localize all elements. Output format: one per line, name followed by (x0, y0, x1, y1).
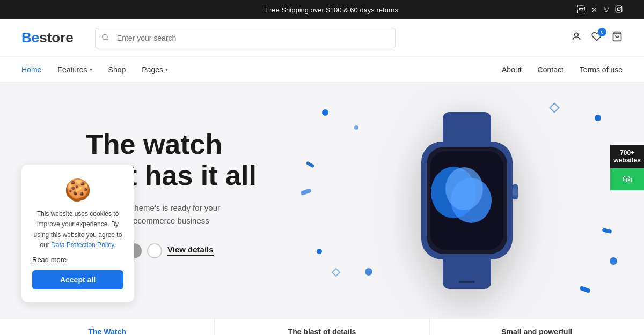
navigation: Home Features ▾ Shop Pages ▾ About Conta… (0, 57, 644, 83)
nav-right: About Contact Terms of use (502, 58, 623, 81)
instagram-icon[interactable] (615, 5, 623, 14)
cookie-icon: 🍪 (32, 177, 123, 203)
cookie-popup: 🍪 This website uses cookies to improve y… (21, 165, 134, 302)
wishlist-button[interactable]: 0 (591, 31, 602, 44)
float-dot-4 (365, 268, 372, 276)
nav-left: Home Features ▾ Shop Pages ▾ (21, 58, 502, 81)
svg-point-2 (620, 6, 621, 8)
svg-point-3 (103, 34, 107, 39)
float-dash-1 (306, 161, 315, 168)
pages-chevron: ▾ (165, 66, 168, 72)
hero-title-line1: The watch (86, 129, 222, 160)
nav-shop[interactable]: Shop (108, 58, 126, 81)
nav-terms[interactable]: Terms of use (580, 58, 623, 81)
features-chevron: ▾ (90, 66, 92, 72)
search-icon (101, 33, 109, 42)
svg-point-15 (445, 167, 483, 210)
svg-rect-9 (459, 281, 475, 283)
svg-point-1 (617, 8, 620, 11)
x-twitter-icon[interactable]: ✕ (591, 6, 597, 14)
view-details-button[interactable]: View details (167, 245, 214, 256)
float-diamond-1 (549, 102, 560, 113)
cookie-text: This website uses cookies to improve you… (32, 209, 123, 250)
nav-pages[interactable]: Pages ▾ (142, 58, 168, 81)
top-bar-message: Free Shipping over $100 & 60 days return… (86, 6, 577, 14)
top-bar: Free Shipping over $100 & 60 days return… (0, 0, 644, 19)
tab-watch[interactable]: The Watch (0, 319, 215, 335)
svg-line-4 (107, 39, 108, 40)
header-actions: 0 (571, 31, 623, 44)
float-dot-1 (322, 109, 328, 116)
nav-contact[interactable]: Contact (538, 58, 564, 81)
watch-svg (392, 109, 542, 292)
svg-rect-17 (513, 189, 518, 195)
read-more-button[interactable]: Read more (32, 256, 67, 264)
side-count: 700+ websites (610, 145, 644, 169)
buy-icon: 🛍 (623, 174, 632, 185)
logo-store: store (39, 29, 74, 46)
search-bar-container (95, 28, 396, 48)
vimeo-icon[interactable]: 𝕍 (604, 6, 609, 14)
search-input[interactable] (95, 28, 396, 48)
wishlist-badge: 0 (598, 28, 606, 36)
float-dot-2 (354, 125, 358, 130)
social-icons:  ✕ 𝕍 (577, 5, 623, 14)
header: Bestore 0 (0, 19, 644, 57)
hero-section: The watch that has it all Betheme's is r… (0, 83, 644, 318)
facebook-icon[interactable]:  (577, 5, 585, 14)
float-dash-5 (579, 286, 591, 293)
float-dot-7 (610, 257, 617, 265)
logo[interactable]: Bestore (21, 29, 74, 46)
hero-image-area (290, 83, 644, 318)
tab-blast[interactable]: The blast of details (215, 319, 429, 335)
float-dash-3 (602, 228, 612, 234)
svg-point-5 (575, 33, 579, 36)
float-dot-5 (595, 115, 601, 121)
buy-now-button[interactable]: 🛍 (610, 168, 644, 190)
bottom-tabs: The Watch The blast of details Small and… (0, 318, 644, 335)
nav-about[interactable]: About (502, 58, 522, 81)
data-protection-link[interactable]: Data Protection Policy (51, 241, 114, 249)
logo-be: Be (21, 29, 39, 46)
tab-small[interactable]: Small and powerfull (430, 319, 644, 335)
nav-home[interactable]: Home (21, 58, 41, 81)
color-white[interactable] (147, 243, 162, 258)
account-button[interactable] (571, 31, 582, 44)
svg-rect-0 (616, 6, 622, 12)
nav-features[interactable]: Features ▾ (57, 58, 92, 81)
accept-all-button[interactable]: Accept all (32, 270, 123, 289)
side-panel: 700+ websites 🛍 (610, 145, 644, 191)
float-dot-3 (317, 249, 322, 254)
cart-button[interactable] (612, 31, 623, 44)
float-dash-2 (300, 188, 312, 196)
float-diamond-2 (332, 268, 341, 277)
